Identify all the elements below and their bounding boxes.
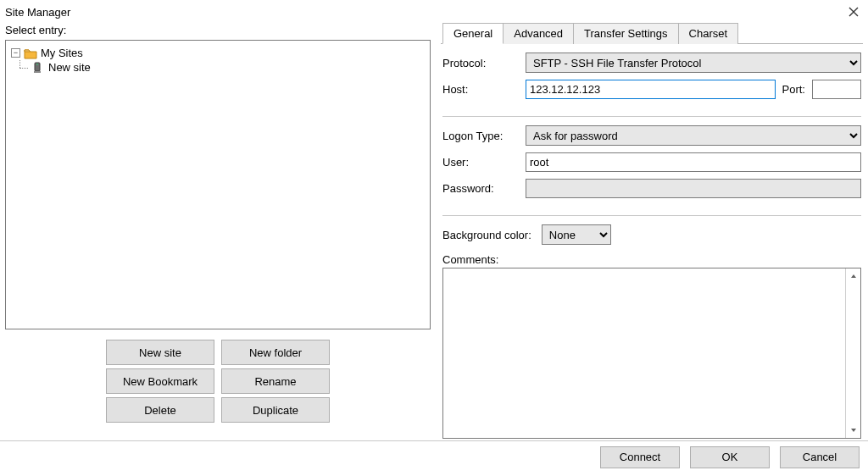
tree-child-row[interactable]: New site [9, 60, 426, 75]
ok-button[interactable]: OK [690, 446, 770, 468]
comments-textarea[interactable] [442, 268, 861, 439]
entry-buttons: New site New folder New Bookmark Rename … [106, 340, 330, 423]
new-bookmark-button[interactable]: New Bookmark [106, 368, 214, 394]
select-entry-label: Select entry: [5, 22, 431, 40]
tab-general[interactable]: General [442, 23, 504, 44]
server-icon [31, 62, 45, 74]
svg-rect-1 [34, 71, 41, 73]
tree-root-row[interactable]: − My Sites [9, 46, 426, 60]
comments-label: Comments: [442, 253, 861, 266]
user-label: User: [442, 156, 519, 169]
rename-button[interactable]: Rename [221, 368, 330, 394]
collapse-icon[interactable]: − [11, 48, 20, 58]
duplicate-button[interactable]: Duplicate [221, 397, 330, 423]
cancel-button[interactable]: Cancel [780, 446, 860, 468]
logon-type-label: Logon Type: [442, 130, 519, 142]
tab-charset[interactable]: Charset [678, 23, 739, 44]
titlebar: Site Manager [0, 0, 868, 22]
site-tree[interactable]: − My Sites New site [5, 40, 431, 329]
scroll-up-icon[interactable] [846, 268, 860, 284]
new-folder-button[interactable]: New folder [221, 340, 330, 365]
separator-2 [442, 215, 861, 216]
close-icon[interactable] [846, 4, 861, 19]
right-panel: General Advanced Transfer Settings Chars… [441, 22, 863, 440]
new-site-button[interactable]: New site [106, 340, 214, 365]
tree-child-label: New site [48, 61, 91, 74]
password-label: Password: [442, 182, 519, 195]
footer: Connect OK Cancel [0, 440, 868, 473]
folder-icon [24, 47, 37, 59]
delete-button[interactable]: Delete [106, 397, 214, 423]
port-input[interactable] [812, 80, 861, 99]
protocol-select[interactable]: SFTP - SSH File Transfer Protocol [526, 53, 861, 73]
separator [442, 116, 861, 117]
scroll-down-icon[interactable] [846, 423, 860, 438]
background-color-label: Background color: [442, 229, 531, 241]
tree-root-label: My Sites [41, 47, 83, 59]
connect-button[interactable]: Connect [600, 446, 680, 468]
svg-point-2 [36, 64, 38, 65]
password-input [526, 179, 861, 198]
tab-advanced[interactable]: Advanced [503, 23, 574, 44]
general-pane: Protocol: SFTP - SSH File Transfer Proto… [441, 44, 863, 440]
protocol-label: Protocol: [442, 57, 519, 69]
tab-bar: General Advanced Transfer Settings Chars… [441, 22, 863, 44]
left-panel: Select entry: − My Sites New site New si… [5, 22, 431, 440]
scrollbar[interactable] [845, 268, 860, 438]
background-color-select[interactable]: None [542, 224, 611, 245]
window-title: Site Manager [5, 6, 70, 19]
host-input[interactable] [526, 80, 776, 99]
user-input[interactable] [526, 152, 861, 172]
host-label: Host: [442, 83, 519, 96]
logon-type-select[interactable]: Ask for password [526, 125, 861, 146]
port-label: Port: [782, 83, 805, 96]
tab-transfer-settings[interactable]: Transfer Settings [573, 23, 679, 44]
